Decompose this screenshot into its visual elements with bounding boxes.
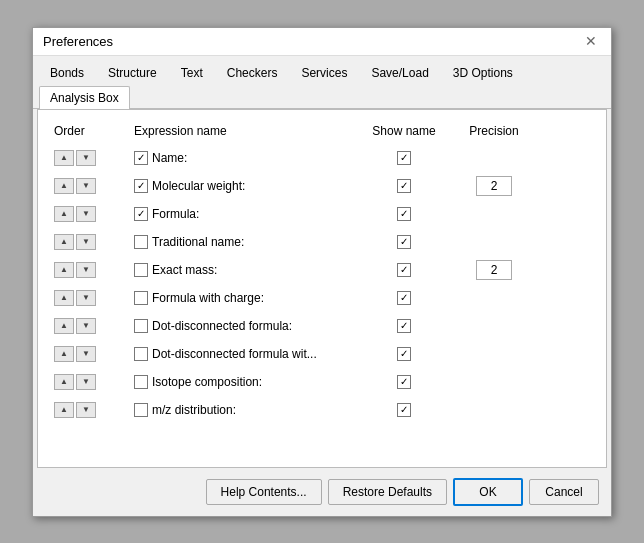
order-up-button[interactable]: ▲: [54, 374, 74, 390]
expression-checkbox[interactable]: [134, 375, 148, 389]
order-down-button[interactable]: ▼: [76, 374, 96, 390]
table-row: ▲▼Formula with charge:: [54, 284, 590, 312]
expression-checkbox[interactable]: [134, 291, 148, 305]
order-buttons: ▲▼: [54, 374, 134, 390]
show-name-cell: [354, 263, 454, 277]
tab-analysis-box[interactable]: Analysis Box: [39, 86, 130, 109]
show-name-checkbox[interactable]: [397, 375, 411, 389]
order-buttons: ▲▼: [54, 346, 134, 362]
expression-label: Dot-disconnected formula wit...: [152, 347, 317, 361]
expression-checkbox[interactable]: [134, 179, 148, 193]
order-down-button[interactable]: ▼: [76, 346, 96, 362]
order-buttons: ▲▼: [54, 290, 134, 306]
expression-label: Name:: [152, 151, 187, 165]
expression-name: Formula with charge:: [134, 291, 354, 305]
expression-label: Traditional name:: [152, 235, 244, 249]
order-down-button[interactable]: ▼: [76, 290, 96, 306]
tab-text[interactable]: Text: [170, 61, 214, 84]
expression-name: Name:: [134, 151, 354, 165]
tab-checkers[interactable]: Checkers: [216, 61, 289, 84]
expression-label: Dot-disconnected formula:: [152, 319, 292, 333]
table-row: ▲▼Formula:: [54, 200, 590, 228]
order-up-button[interactable]: ▲: [54, 290, 74, 306]
expression-label: Isotope composition:: [152, 375, 262, 389]
precision-cell: 2: [454, 260, 534, 280]
rows-container: ▲▼Name:▲▼Molecular weight:2▲▼Formula:▲▼T…: [54, 144, 590, 424]
expression-checkbox[interactable]: [134, 403, 148, 417]
table-row: ▲▼Exact mass:2: [54, 256, 590, 284]
show-name-checkbox[interactable]: [397, 179, 411, 193]
table-row: ▲▼Dot-disconnected formula wit...: [54, 340, 590, 368]
precision-input[interactable]: 2: [476, 260, 512, 280]
table-row: ▲▼m/z distribution:: [54, 396, 590, 424]
expression-checkbox[interactable]: [134, 263, 148, 277]
tab-3d-options[interactable]: 3D Options: [442, 61, 524, 84]
column-headers: Order Expression name Show name Precisio…: [54, 120, 590, 144]
order-down-button[interactable]: ▼: [76, 262, 96, 278]
expression-name: Formula:: [134, 207, 354, 221]
show-name-checkbox[interactable]: [397, 319, 411, 333]
order-down-button[interactable]: ▼: [76, 150, 96, 166]
order-up-button[interactable]: ▲: [54, 206, 74, 222]
show-name-cell: [354, 207, 454, 221]
expression-checkbox[interactable]: [134, 235, 148, 249]
expression-checkbox[interactable]: [134, 347, 148, 361]
order-buttons: ▲▼: [54, 262, 134, 278]
show-name-cell: [354, 291, 454, 305]
order-buttons: ▲▼: [54, 234, 134, 250]
tab-bonds[interactable]: Bonds: [39, 61, 95, 84]
order-up-button[interactable]: ▲: [54, 178, 74, 194]
expression-checkbox[interactable]: [134, 319, 148, 333]
expression-name: Dot-disconnected formula:: [134, 319, 354, 333]
show-name-checkbox[interactable]: [397, 347, 411, 361]
expression-label: Formula with charge:: [152, 291, 264, 305]
show-name-checkbox[interactable]: [397, 235, 411, 249]
show-name-checkbox[interactable]: [397, 263, 411, 277]
order-up-button[interactable]: ▲: [54, 234, 74, 250]
expression-name: Exact mass:: [134, 263, 354, 277]
table-row: ▲▼Name:: [54, 144, 590, 172]
order-down-button[interactable]: ▼: [76, 178, 96, 194]
expression-checkbox[interactable]: [134, 207, 148, 221]
show-name-checkbox[interactable]: [397, 151, 411, 165]
help-button[interactable]: Help Contents...: [206, 479, 322, 505]
order-down-button[interactable]: ▼: [76, 234, 96, 250]
tab-content: Order Expression name Show name Precisio…: [37, 109, 607, 468]
tab-services[interactable]: Services: [290, 61, 358, 84]
order-down-button[interactable]: ▼: [76, 206, 96, 222]
order-up-button[interactable]: ▲: [54, 150, 74, 166]
show-name-checkbox[interactable]: [397, 291, 411, 305]
expression-label: Formula:: [152, 207, 199, 221]
cancel-button[interactable]: Cancel: [529, 479, 599, 505]
expression-name: Dot-disconnected formula wit...: [134, 347, 354, 361]
show-name-cell: [354, 375, 454, 389]
table-row: ▲▼Molecular weight:2: [54, 172, 590, 200]
order-up-button[interactable]: ▲: [54, 318, 74, 334]
order-buttons: ▲▼: [54, 206, 134, 222]
restore-button[interactable]: Restore Defaults: [328, 479, 447, 505]
expression-label: m/z distribution:: [152, 403, 236, 417]
precision-input[interactable]: 2: [476, 176, 512, 196]
table-row: ▲▼Isotope composition:: [54, 368, 590, 396]
ok-button[interactable]: OK: [453, 478, 523, 506]
show-name-checkbox[interactable]: [397, 403, 411, 417]
show-name-cell: [354, 151, 454, 165]
expression-label: Exact mass:: [152, 263, 217, 277]
show-name-cell: [354, 319, 454, 333]
col-precision: Precision: [454, 124, 534, 138]
order-down-button[interactable]: ▼: [76, 318, 96, 334]
order-up-button[interactable]: ▲: [54, 346, 74, 362]
preferences-dialog: Preferences ✕ Bonds Structure Text Check…: [32, 27, 612, 517]
order-buttons: ▲▼: [54, 150, 134, 166]
expression-name: m/z distribution:: [134, 403, 354, 417]
show-name-cell: [354, 235, 454, 249]
tab-structure[interactable]: Structure: [97, 61, 168, 84]
order-up-button[interactable]: ▲: [54, 262, 74, 278]
close-button[interactable]: ✕: [581, 34, 601, 48]
tab-save-load[interactable]: Save/Load: [360, 61, 439, 84]
order-up-button[interactable]: ▲: [54, 402, 74, 418]
show-name-checkbox[interactable]: [397, 207, 411, 221]
order-down-button[interactable]: ▼: [76, 402, 96, 418]
show-name-cell: [354, 347, 454, 361]
expression-checkbox[interactable]: [134, 151, 148, 165]
